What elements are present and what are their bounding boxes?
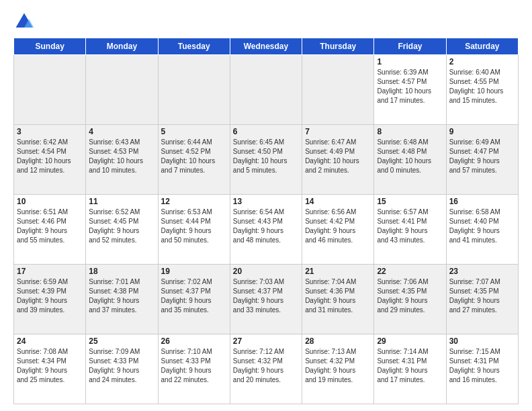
day-info: Sunrise: 6:53 AM Sunset: 4:44 PM Dayligh… (161, 208, 227, 245)
day-number: 20 (233, 267, 299, 276)
weekday-header: Monday (86, 38, 158, 55)
calendar-week-row: 3Sunrise: 6:42 AM Sunset: 4:54 PM Daylig… (14, 125, 519, 195)
calendar-cell: 20Sunrise: 7:03 AM Sunset: 4:37 PM Dayli… (230, 265, 302, 334)
day-info: Sunrise: 6:54 AM Sunset: 4:43 PM Dayligh… (233, 208, 299, 245)
calendar-cell: 26Sunrise: 7:10 AM Sunset: 4:33 PM Dayli… (158, 334, 230, 404)
day-number: 1 (377, 57, 443, 66)
day-info: Sunrise: 7:02 AM Sunset: 4:37 PM Dayligh… (161, 277, 227, 315)
day-info: Sunrise: 7:10 AM Sunset: 4:33 PM Dayligh… (161, 347, 227, 385)
calendar-cell: 7Sunrise: 6:47 AM Sunset: 4:49 PM Daylig… (302, 125, 374, 195)
calendar-cell: 22Sunrise: 7:06 AM Sunset: 4:35 PM Dayli… (374, 265, 446, 334)
day-number: 21 (305, 267, 371, 276)
calendar-cell: 28Sunrise: 7:13 AM Sunset: 4:32 PM Dayli… (302, 334, 374, 404)
day-info: Sunrise: 7:13 AM Sunset: 4:32 PM Dayligh… (305, 347, 371, 385)
weekday-header: Wednesday (230, 38, 302, 55)
day-number: 17 (17, 267, 83, 276)
day-info: Sunrise: 7:01 AM Sunset: 4:38 PM Dayligh… (89, 277, 154, 315)
day-info: Sunrise: 7:12 AM Sunset: 4:32 PM Dayligh… (233, 347, 299, 385)
day-info: Sunrise: 6:44 AM Sunset: 4:52 PM Dayligh… (161, 138, 227, 175)
day-info: Sunrise: 7:07 AM Sunset: 4:35 PM Dayligh… (449, 277, 515, 315)
calendar-cell: 23Sunrise: 7:07 AM Sunset: 4:35 PM Dayli… (446, 265, 518, 334)
day-number: 12 (161, 197, 227, 206)
day-info: Sunrise: 6:58 AM Sunset: 4:40 PM Dayligh… (449, 208, 515, 245)
weekday-header: Sunday (14, 38, 86, 55)
calendar-cell: 6Sunrise: 6:45 AM Sunset: 4:50 PM Daylig… (230, 125, 302, 195)
calendar-cell: 17Sunrise: 6:59 AM Sunset: 4:39 PM Dayli… (14, 265, 86, 334)
day-number: 14 (305, 197, 371, 206)
logo-icon (13, 11, 35, 32)
day-number: 10 (17, 197, 83, 206)
day-number: 28 (305, 336, 371, 346)
day-number: 29 (377, 336, 443, 346)
weekday-header: Saturday (446, 38, 518, 55)
calendar-cell: 5Sunrise: 6:44 AM Sunset: 4:52 PM Daylig… (158, 125, 230, 195)
calendar-cell: 21Sunrise: 7:04 AM Sunset: 4:36 PM Dayli… (302, 265, 374, 334)
calendar-cell: 1Sunrise: 6:39 AM Sunset: 4:57 PM Daylig… (374, 55, 446, 125)
calendar-cell: 13Sunrise: 6:54 AM Sunset: 4:43 PM Dayli… (230, 195, 302, 265)
calendar-week-row: 1Sunrise: 6:39 AM Sunset: 4:57 PM Daylig… (14, 55, 519, 125)
day-number: 15 (377, 197, 443, 206)
day-info: Sunrise: 6:49 AM Sunset: 4:47 PM Dayligh… (449, 138, 515, 175)
day-info: Sunrise: 7:04 AM Sunset: 4:36 PM Dayligh… (305, 277, 371, 315)
day-number: 18 (89, 267, 154, 276)
calendar-week-row: 17Sunrise: 6:59 AM Sunset: 4:39 PM Dayli… (14, 265, 519, 334)
day-number: 25 (89, 336, 154, 346)
day-info: Sunrise: 7:08 AM Sunset: 4:34 PM Dayligh… (17, 347, 83, 385)
weekday-header: Friday (374, 38, 446, 55)
day-number: 9 (449, 127, 515, 136)
calendar-cell: 25Sunrise: 7:09 AM Sunset: 4:33 PM Dayli… (86, 334, 158, 404)
day-number: 23 (449, 267, 515, 276)
day-number: 24 (17, 336, 83, 346)
day-info: Sunrise: 6:56 AM Sunset: 4:42 PM Dayligh… (305, 208, 371, 245)
day-number: 13 (233, 197, 299, 206)
calendar-cell: 29Sunrise: 7:14 AM Sunset: 4:31 PM Dayli… (374, 334, 446, 404)
day-number: 16 (449, 197, 515, 206)
day-info: Sunrise: 6:59 AM Sunset: 4:39 PM Dayligh… (17, 277, 83, 315)
day-number: 26 (161, 336, 227, 346)
day-info: Sunrise: 7:14 AM Sunset: 4:31 PM Dayligh… (377, 347, 443, 385)
day-number: 8 (377, 127, 443, 136)
day-number: 2 (449, 57, 515, 66)
calendar-cell: 16Sunrise: 6:58 AM Sunset: 4:40 PM Dayli… (446, 195, 518, 265)
calendar-cell: 3Sunrise: 6:42 AM Sunset: 4:54 PM Daylig… (14, 125, 86, 195)
day-number: 4 (89, 127, 154, 136)
calendar-cell (158, 55, 230, 125)
weekday-header: Thursday (302, 38, 374, 55)
day-number: 22 (377, 267, 443, 276)
header (13, 11, 519, 32)
day-info: Sunrise: 6:52 AM Sunset: 4:45 PM Dayligh… (89, 208, 154, 245)
calendar-header-row: SundayMondayTuesdayWednesdayThursdayFrid… (14, 38, 519, 55)
day-info: Sunrise: 6:47 AM Sunset: 4:49 PM Dayligh… (305, 138, 371, 175)
calendar-cell: 27Sunrise: 7:12 AM Sunset: 4:32 PM Dayli… (230, 334, 302, 404)
calendar-cell: 15Sunrise: 6:57 AM Sunset: 4:41 PM Dayli… (374, 195, 446, 265)
day-info: Sunrise: 6:40 AM Sunset: 4:55 PM Dayligh… (449, 68, 515, 105)
page: SundayMondayTuesdayWednesdayThursdayFrid… (0, 0, 532, 411)
weekday-header: Tuesday (158, 38, 230, 55)
calendar-cell: 24Sunrise: 7:08 AM Sunset: 4:34 PM Dayli… (14, 334, 86, 404)
day-number: 3 (17, 127, 83, 136)
day-info: Sunrise: 6:57 AM Sunset: 4:41 PM Dayligh… (377, 208, 443, 245)
calendar-week-row: 24Sunrise: 7:08 AM Sunset: 4:34 PM Dayli… (14, 334, 519, 404)
calendar-cell: 4Sunrise: 6:43 AM Sunset: 4:53 PM Daylig… (86, 125, 158, 195)
day-info: Sunrise: 6:45 AM Sunset: 4:50 PM Dayligh… (233, 138, 299, 175)
day-info: Sunrise: 6:51 AM Sunset: 4:46 PM Dayligh… (17, 208, 83, 245)
day-info: Sunrise: 7:15 AM Sunset: 4:31 PM Dayligh… (449, 347, 515, 385)
day-number: 30 (449, 336, 515, 346)
calendar-cell (230, 55, 302, 125)
day-number: 5 (161, 127, 227, 136)
calendar-table: SundayMondayTuesdayWednesdayThursdayFrid… (13, 38, 519, 404)
day-number: 6 (233, 127, 299, 136)
calendar-cell (14, 55, 86, 125)
day-info: Sunrise: 6:43 AM Sunset: 4:53 PM Dayligh… (89, 138, 154, 175)
calendar-cell (302, 55, 374, 125)
day-info: Sunrise: 6:42 AM Sunset: 4:54 PM Dayligh… (17, 138, 83, 175)
calendar-cell: 2Sunrise: 6:40 AM Sunset: 4:55 PM Daylig… (446, 55, 518, 125)
calendar-cell: 18Sunrise: 7:01 AM Sunset: 4:38 PM Dayli… (86, 265, 158, 334)
day-info: Sunrise: 7:09 AM Sunset: 4:33 PM Dayligh… (89, 347, 154, 385)
day-info: Sunrise: 7:06 AM Sunset: 4:35 PM Dayligh… (377, 277, 443, 315)
day-number: 27 (233, 336, 299, 346)
calendar-cell: 8Sunrise: 6:48 AM Sunset: 4:48 PM Daylig… (374, 125, 446, 195)
day-number: 7 (305, 127, 371, 136)
day-number: 19 (161, 267, 227, 276)
calendar-cell: 30Sunrise: 7:15 AM Sunset: 4:31 PM Dayli… (446, 334, 518, 404)
